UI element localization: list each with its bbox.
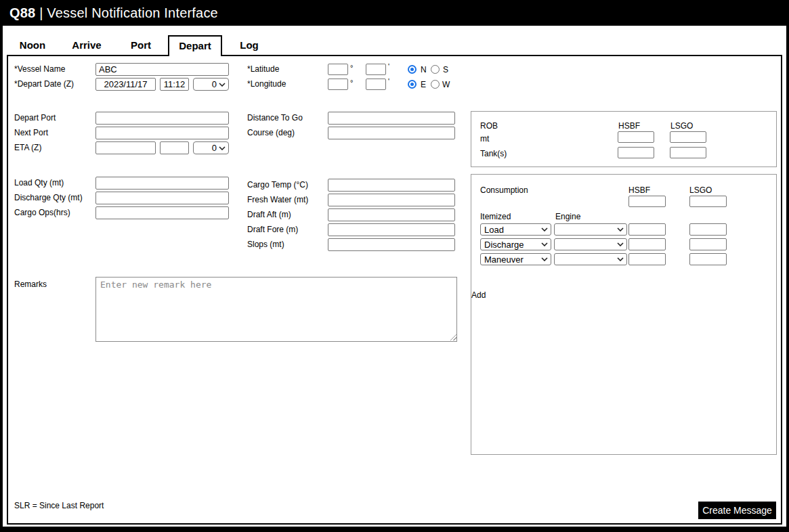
depart-date-input[interactable]	[95, 78, 156, 91]
tab-arrive[interactable]: Arrive	[60, 35, 114, 55]
course-input[interactable]	[328, 127, 455, 139]
draft-aft-label: Draft Aft (m)	[247, 210, 291, 219]
rob-tanks-label: Tank(s)	[480, 150, 507, 158]
depart-zone-select[interactable]: 0	[193, 78, 229, 91]
depart-port-label: Depart Port	[14, 114, 56, 123]
resize-handle-icon[interactable]	[450, 334, 456, 340]
add-consumption-row-link[interactable]: Add	[471, 290, 487, 300]
consumption-row3-lsgo-input[interactable]	[689, 253, 727, 265]
title-separator: |	[39, 5, 43, 20]
app-brand: Q88	[9, 5, 35, 20]
cargo-ops-label: Cargo Ops(hrs)	[14, 208, 70, 217]
remarks-textarea[interactable]	[95, 277, 457, 342]
engine-select-row2[interactable]	[554, 238, 627, 250]
load-qty-input[interactable]	[95, 177, 229, 190]
rob-panel: ROB HSBF LSGO mt Tank(s)	[471, 111, 777, 167]
longitude-degrees-input[interactable]	[328, 79, 348, 90]
minute-symbol: '	[388, 62, 389, 70]
course-label: Course (deg)	[247, 129, 295, 137]
tab-log[interactable]: Log	[222, 35, 276, 55]
chevron-down-icon	[219, 83, 226, 87]
page: Q88 | Vessel Notification Interface Noon…	[3, 0, 786, 527]
remarks-label: Remarks	[14, 280, 47, 289]
depart-zone-value: 0	[197, 79, 217, 89]
consumption-row1-hsbf-input[interactable]	[628, 223, 666, 236]
longitude-east-radio[interactable]	[408, 80, 417, 89]
itemized-select-load[interactable]: Load	[480, 223, 551, 236]
rob-mt-label: mt	[480, 135, 489, 143]
discharge-qty-label: Discharge Qty (mt)	[14, 194, 83, 202]
chevron-down-icon	[541, 227, 548, 231]
eta-label: ETA (Z)	[14, 143, 41, 152]
eta-date-input[interactable]	[95, 141, 156, 154]
longitude-west-label: W	[442, 81, 450, 89]
engine-label: Engine	[555, 213, 580, 221]
cargo-ops-input[interactable]	[95, 206, 229, 219]
consumption-panel: Consumption HSBF LSGO Itemized Engine Lo…	[471, 174, 777, 455]
slr-note: SLR = Since Last Report	[14, 501, 104, 510]
tab-port[interactable]: Port	[114, 35, 168, 55]
chevron-down-icon	[617, 242, 624, 246]
consumption-total-hsbf-input[interactable]	[628, 196, 666, 207]
consumption-column-lsgo: LSGO	[689, 186, 712, 195]
form-area: *Vessel Name *Latitude ° ' N S *Depart D…	[8, 56, 781, 523]
load-qty-label: Load Qty (mt)	[14, 179, 64, 187]
vessel-name-label: *Vessel Name	[14, 65, 65, 74]
chevron-down-icon	[541, 242, 548, 246]
degree-symbol: °	[350, 64, 353, 72]
itemized-select-discharge[interactable]: Discharge	[480, 238, 551, 250]
slops-label: Slops (mt)	[247, 240, 284, 249]
next-port-label: Next Port	[14, 129, 48, 137]
consumption-total-lsgo-input[interactable]	[689, 196, 727, 207]
longitude-west-radio[interactable]	[431, 80, 440, 89]
draft-aft-input[interactable]	[328, 208, 455, 221]
consumption-row3-hsbf-input[interactable]	[628, 253, 666, 265]
latitude-south-label: S	[443, 66, 448, 74]
draft-fore-label: Draft Fore (m)	[247, 225, 298, 234]
page-title: Vessel Notification Interface	[47, 5, 218, 20]
consumption-column-hsbf: HSBF	[628, 186, 650, 195]
rob-lsgo-mt-input[interactable]	[670, 131, 706, 143]
fresh-water-input[interactable]	[328, 194, 455, 206]
itemized-select-maneuver[interactable]: Maneuver	[480, 253, 551, 265]
rob-lsgo-tanks-input[interactable]	[670, 147, 706, 158]
eta-time-input[interactable]	[160, 141, 189, 154]
latitude-minutes-input[interactable]	[366, 64, 386, 75]
slops-input[interactable]	[328, 238, 455, 251]
tab-depart[interactable]: Depart	[168, 35, 222, 56]
itemized-value: Maneuver	[484, 254, 541, 265]
depart-port-input[interactable]	[95, 112, 229, 125]
consumption-title: Consumption	[480, 186, 528, 195]
depart-tab-panel: *Vessel Name *Latitude ° ' N S *Depart D…	[7, 55, 782, 525]
vessel-name-input[interactable]	[95, 63, 229, 76]
rob-hsbf-mt-input[interactable]	[618, 131, 654, 143]
chevron-down-icon	[617, 257, 624, 261]
itemized-value: Discharge	[484, 240, 541, 250]
latitude-degrees-input[interactable]	[328, 64, 348, 75]
minute-symbol: '	[388, 77, 389, 85]
distance-to-go-input[interactable]	[328, 112, 455, 125]
latitude-north-radio[interactable]	[408, 65, 417, 74]
rob-hsbf-tanks-input[interactable]	[618, 147, 654, 158]
consumption-row2-lsgo-input[interactable]	[689, 238, 727, 250]
tab-noon[interactable]: Noon	[5, 35, 60, 55]
eta-zone-select[interactable]: 0	[193, 141, 229, 154]
draft-fore-input[interactable]	[328, 223, 455, 236]
longitude-east-label: E	[421, 81, 426, 89]
engine-select-row1[interactable]	[554, 223, 627, 236]
discharge-qty-input[interactable]	[95, 192, 229, 204]
depart-date-label: *Depart Date (Z)	[14, 80, 74, 89]
eta-zone-value: 0	[197, 143, 217, 153]
consumption-row2-hsbf-input[interactable]	[628, 238, 666, 250]
itemized-label: Itemized	[480, 213, 511, 221]
engine-select-row3[interactable]	[554, 253, 627, 265]
latitude-south-radio[interactable]	[431, 65, 440, 74]
app-header: Q88 | Vessel Notification Interface	[3, 0, 786, 26]
depart-time-input[interactable]	[160, 78, 189, 91]
consumption-row1-lsgo-input[interactable]	[689, 223, 727, 236]
chevron-down-icon	[617, 227, 624, 231]
cargo-temp-input[interactable]	[328, 179, 455, 192]
create-message-button[interactable]: Create Message	[698, 502, 776, 519]
next-port-input[interactable]	[95, 127, 229, 139]
longitude-minutes-input[interactable]	[366, 79, 386, 90]
